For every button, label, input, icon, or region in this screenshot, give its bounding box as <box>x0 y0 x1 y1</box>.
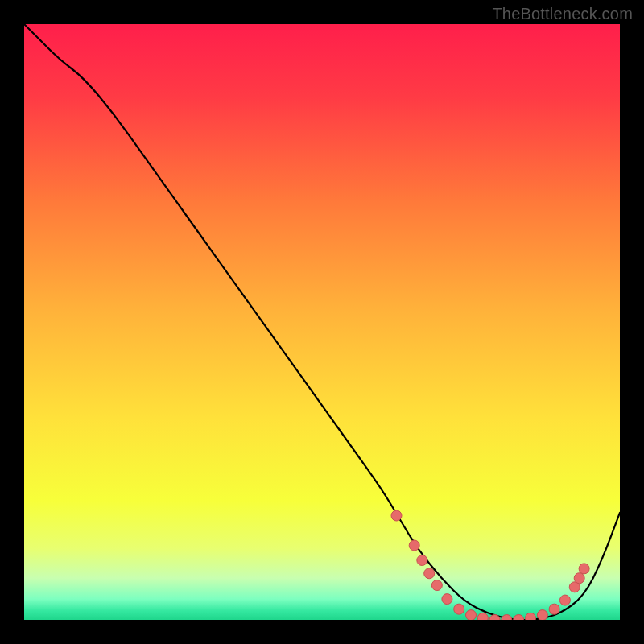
chart-stage: TheBottleneck.com <box>0 0 644 644</box>
watermark-text: TheBottleneck.com <box>492 5 633 23</box>
plot-background-gradient <box>24 24 620 620</box>
svg-rect-0 <box>24 24 620 620</box>
plot-area <box>24 24 620 620</box>
